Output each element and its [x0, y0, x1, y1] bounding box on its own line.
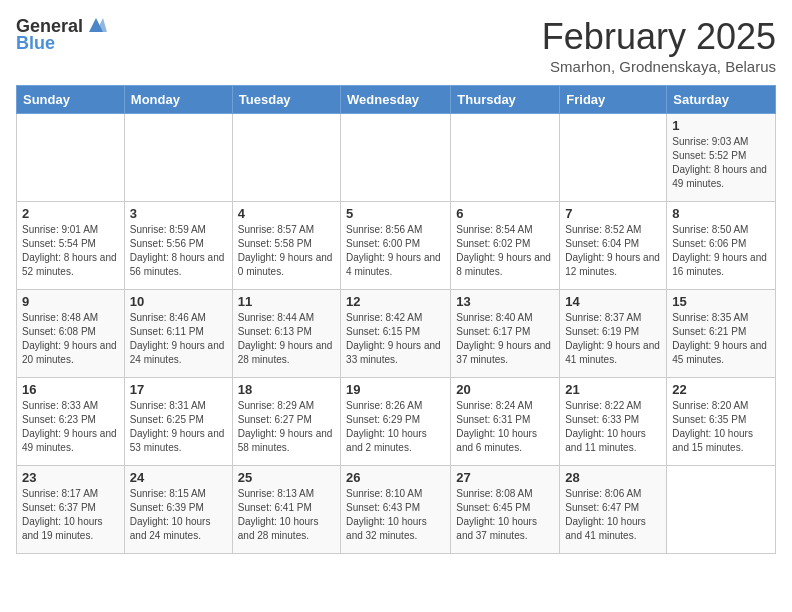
day-info: Sunrise: 8:26 AM Sunset: 6:29 PM Dayligh… — [346, 399, 445, 455]
month-title: February 2025 — [542, 16, 776, 58]
weekday-header-friday: Friday — [560, 86, 667, 114]
calendar-cell: 19Sunrise: 8:26 AM Sunset: 6:29 PM Dayli… — [341, 378, 451, 466]
day-number: 27 — [456, 470, 554, 485]
calendar-cell: 2Sunrise: 9:01 AM Sunset: 5:54 PM Daylig… — [17, 202, 125, 290]
day-number: 25 — [238, 470, 335, 485]
day-info: Sunrise: 8:40 AM Sunset: 6:17 PM Dayligh… — [456, 311, 554, 367]
calendar-cell: 22Sunrise: 8:20 AM Sunset: 6:35 PM Dayli… — [667, 378, 776, 466]
day-info: Sunrise: 8:57 AM Sunset: 5:58 PM Dayligh… — [238, 223, 335, 279]
day-number: 1 — [672, 118, 770, 133]
day-info: Sunrise: 8:17 AM Sunset: 6:37 PM Dayligh… — [22, 487, 119, 543]
day-number: 23 — [22, 470, 119, 485]
day-info: Sunrise: 8:13 AM Sunset: 6:41 PM Dayligh… — [238, 487, 335, 543]
calendar-cell — [667, 466, 776, 554]
calendar-cell: 4Sunrise: 8:57 AM Sunset: 5:58 PM Daylig… — [232, 202, 340, 290]
calendar-cell — [124, 114, 232, 202]
day-number: 10 — [130, 294, 227, 309]
logo-blue: Blue — [16, 33, 55, 54]
weekday-header-sunday: Sunday — [17, 86, 125, 114]
day-info: Sunrise: 9:01 AM Sunset: 5:54 PM Dayligh… — [22, 223, 119, 279]
day-number: 12 — [346, 294, 445, 309]
day-info: Sunrise: 8:24 AM Sunset: 6:31 PM Dayligh… — [456, 399, 554, 455]
day-info: Sunrise: 8:50 AM Sunset: 6:06 PM Dayligh… — [672, 223, 770, 279]
day-number: 26 — [346, 470, 445, 485]
calendar-cell: 25Sunrise: 8:13 AM Sunset: 6:41 PM Dayli… — [232, 466, 340, 554]
day-info: Sunrise: 8:10 AM Sunset: 6:43 PM Dayligh… — [346, 487, 445, 543]
day-number: 8 — [672, 206, 770, 221]
calendar-cell: 16Sunrise: 8:33 AM Sunset: 6:23 PM Dayli… — [17, 378, 125, 466]
calendar-cell: 6Sunrise: 8:54 AM Sunset: 6:02 PM Daylig… — [451, 202, 560, 290]
calendar-cell: 17Sunrise: 8:31 AM Sunset: 6:25 PM Dayli… — [124, 378, 232, 466]
logo-icon — [85, 14, 107, 36]
calendar-cell: 1Sunrise: 9:03 AM Sunset: 5:52 PM Daylig… — [667, 114, 776, 202]
day-info: Sunrise: 8:08 AM Sunset: 6:45 PM Dayligh… — [456, 487, 554, 543]
calendar-cell: 12Sunrise: 8:42 AM Sunset: 6:15 PM Dayli… — [341, 290, 451, 378]
calendar-cell: 15Sunrise: 8:35 AM Sunset: 6:21 PM Dayli… — [667, 290, 776, 378]
calendar-cell: 20Sunrise: 8:24 AM Sunset: 6:31 PM Dayli… — [451, 378, 560, 466]
weekday-header-saturday: Saturday — [667, 86, 776, 114]
week-row-4: 16Sunrise: 8:33 AM Sunset: 6:23 PM Dayli… — [17, 378, 776, 466]
calendar-cell: 13Sunrise: 8:40 AM Sunset: 6:17 PM Dayli… — [451, 290, 560, 378]
calendar-cell — [17, 114, 125, 202]
calendar-cell — [341, 114, 451, 202]
week-row-5: 23Sunrise: 8:17 AM Sunset: 6:37 PM Dayli… — [17, 466, 776, 554]
week-row-1: 1Sunrise: 9:03 AM Sunset: 5:52 PM Daylig… — [17, 114, 776, 202]
day-number: 15 — [672, 294, 770, 309]
calendar-cell: 10Sunrise: 8:46 AM Sunset: 6:11 PM Dayli… — [124, 290, 232, 378]
day-info: Sunrise: 8:46 AM Sunset: 6:11 PM Dayligh… — [130, 311, 227, 367]
day-number: 2 — [22, 206, 119, 221]
day-number: 13 — [456, 294, 554, 309]
calendar-cell: 7Sunrise: 8:52 AM Sunset: 6:04 PM Daylig… — [560, 202, 667, 290]
calendar-cell: 24Sunrise: 8:15 AM Sunset: 6:39 PM Dayli… — [124, 466, 232, 554]
calendar-cell: 11Sunrise: 8:44 AM Sunset: 6:13 PM Dayli… — [232, 290, 340, 378]
day-info: Sunrise: 8:31 AM Sunset: 6:25 PM Dayligh… — [130, 399, 227, 455]
day-info: Sunrise: 8:48 AM Sunset: 6:08 PM Dayligh… — [22, 311, 119, 367]
day-info: Sunrise: 9:03 AM Sunset: 5:52 PM Dayligh… — [672, 135, 770, 191]
day-number: 22 — [672, 382, 770, 397]
calendar-cell: 21Sunrise: 8:22 AM Sunset: 6:33 PM Dayli… — [560, 378, 667, 466]
day-info: Sunrise: 8:20 AM Sunset: 6:35 PM Dayligh… — [672, 399, 770, 455]
day-info: Sunrise: 8:44 AM Sunset: 6:13 PM Dayligh… — [238, 311, 335, 367]
calendar-cell: 18Sunrise: 8:29 AM Sunset: 6:27 PM Dayli… — [232, 378, 340, 466]
day-number: 16 — [22, 382, 119, 397]
calendar-cell — [451, 114, 560, 202]
day-number: 28 — [565, 470, 661, 485]
day-number: 14 — [565, 294, 661, 309]
day-info: Sunrise: 8:35 AM Sunset: 6:21 PM Dayligh… — [672, 311, 770, 367]
day-info: Sunrise: 8:15 AM Sunset: 6:39 PM Dayligh… — [130, 487, 227, 543]
calendar-cell: 3Sunrise: 8:59 AM Sunset: 5:56 PM Daylig… — [124, 202, 232, 290]
calendar-cell: 23Sunrise: 8:17 AM Sunset: 6:37 PM Dayli… — [17, 466, 125, 554]
day-number: 18 — [238, 382, 335, 397]
logo: General Blue — [16, 16, 107, 54]
subtitle: Smarhon, Grodnenskaya, Belarus — [542, 58, 776, 75]
day-number: 17 — [130, 382, 227, 397]
calendar-cell: 8Sunrise: 8:50 AM Sunset: 6:06 PM Daylig… — [667, 202, 776, 290]
week-row-3: 9Sunrise: 8:48 AM Sunset: 6:08 PM Daylig… — [17, 290, 776, 378]
calendar-table: SundayMondayTuesdayWednesdayThursdayFrid… — [16, 85, 776, 554]
calendar-cell — [232, 114, 340, 202]
day-info: Sunrise: 8:37 AM Sunset: 6:19 PM Dayligh… — [565, 311, 661, 367]
calendar-cell — [560, 114, 667, 202]
page-header: General Blue February 2025 Smarhon, Grod… — [16, 16, 776, 75]
weekday-header-wednesday: Wednesday — [341, 86, 451, 114]
day-number: 5 — [346, 206, 445, 221]
day-info: Sunrise: 8:22 AM Sunset: 6:33 PM Dayligh… — [565, 399, 661, 455]
weekday-header-tuesday: Tuesday — [232, 86, 340, 114]
day-info: Sunrise: 8:29 AM Sunset: 6:27 PM Dayligh… — [238, 399, 335, 455]
day-info: Sunrise: 8:33 AM Sunset: 6:23 PM Dayligh… — [22, 399, 119, 455]
day-number: 6 — [456, 206, 554, 221]
day-number: 11 — [238, 294, 335, 309]
weekday-header-thursday: Thursday — [451, 86, 560, 114]
day-number: 20 — [456, 382, 554, 397]
calendar-cell: 14Sunrise: 8:37 AM Sunset: 6:19 PM Dayli… — [560, 290, 667, 378]
day-number: 19 — [346, 382, 445, 397]
calendar-cell: 9Sunrise: 8:48 AM Sunset: 6:08 PM Daylig… — [17, 290, 125, 378]
day-number: 9 — [22, 294, 119, 309]
day-info: Sunrise: 8:56 AM Sunset: 6:00 PM Dayligh… — [346, 223, 445, 279]
day-number: 3 — [130, 206, 227, 221]
weekday-header-monday: Monday — [124, 86, 232, 114]
day-info: Sunrise: 8:06 AM Sunset: 6:47 PM Dayligh… — [565, 487, 661, 543]
title-block: February 2025 Smarhon, Grodnenskaya, Bel… — [542, 16, 776, 75]
calendar-cell: 27Sunrise: 8:08 AM Sunset: 6:45 PM Dayli… — [451, 466, 560, 554]
calendar-cell: 26Sunrise: 8:10 AM Sunset: 6:43 PM Dayli… — [341, 466, 451, 554]
